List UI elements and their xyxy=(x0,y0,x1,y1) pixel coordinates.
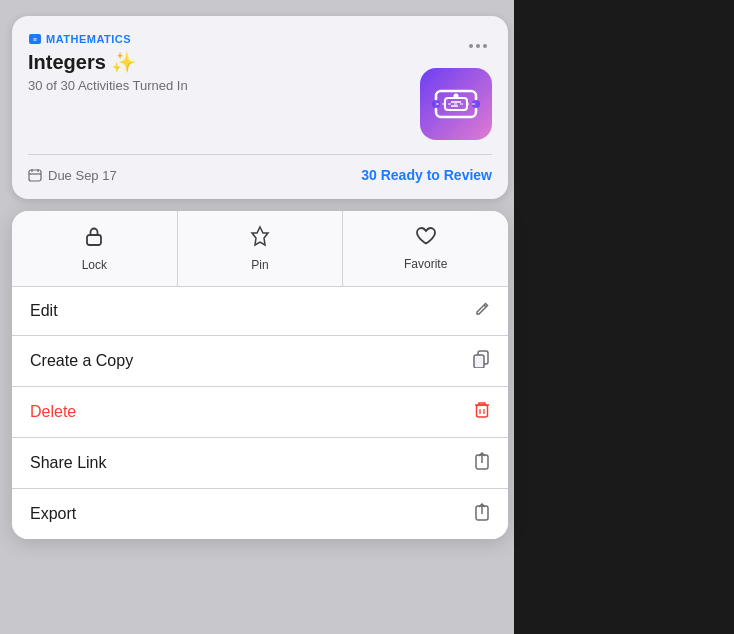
calendar-icon xyxy=(28,168,42,182)
svg-rect-17 xyxy=(474,355,484,368)
share-link-label: Share Link xyxy=(30,454,107,472)
pin-button[interactable]: Pin xyxy=(178,211,344,286)
export-label: Export xyxy=(30,505,76,523)
svg-rect-18 xyxy=(477,405,488,417)
pin-label: Pin xyxy=(251,258,268,272)
dark-overlay xyxy=(514,0,734,634)
export-menu-item[interactable]: Export xyxy=(12,489,508,539)
assignment-title: Integers ✨ xyxy=(28,50,408,74)
svg-rect-10 xyxy=(29,170,41,181)
card-icon xyxy=(420,68,492,140)
create-copy-label: Create a Copy xyxy=(30,352,133,370)
trash-icon xyxy=(474,401,490,423)
card-header: ≡ MATHEMATICS Integers ✨ 30 of 30 Activi… xyxy=(28,32,492,140)
subject-text: MATHEMATICS xyxy=(46,33,131,45)
copy-icon xyxy=(472,350,490,372)
context-menu: Lock Pin Favorite Edi xyxy=(12,211,508,539)
svg-rect-14 xyxy=(87,235,101,245)
dots-icon xyxy=(469,44,487,48)
svg-text:≡: ≡ xyxy=(33,36,38,43)
more-options-button[interactable] xyxy=(464,32,492,60)
export-icon xyxy=(474,503,490,525)
delete-label: Delete xyxy=(30,403,76,421)
favorite-button[interactable]: Favorite xyxy=(343,211,508,286)
review-badge[interactable]: 30 Ready to Review xyxy=(361,167,492,183)
card-left: ≡ MATHEMATICS Integers ✨ 30 of 30 Activi… xyxy=(28,32,408,93)
favorite-label: Favorite xyxy=(404,257,447,271)
favorite-icon xyxy=(415,226,437,251)
assignment-subtitle: 30 of 30 Activities Turned In xyxy=(28,78,408,93)
assignment-card[interactable]: ≡ MATHEMATICS Integers ✨ 30 of 30 Activi… xyxy=(12,16,508,199)
subject-icon: ≡ xyxy=(28,32,42,46)
edit-icon xyxy=(474,301,490,321)
subject-label: ≡ MATHEMATICS xyxy=(28,32,408,46)
lock-button[interactable]: Lock xyxy=(12,211,178,286)
create-copy-menu-item[interactable]: Create a Copy xyxy=(12,336,508,387)
main-content: ≡ MATHEMATICS Integers ✨ 30 of 30 Activi… xyxy=(0,0,520,555)
lock-icon xyxy=(84,225,104,252)
action-buttons-row: Lock Pin Favorite xyxy=(12,211,508,287)
svg-line-15 xyxy=(484,305,486,307)
pin-icon xyxy=(250,225,270,252)
due-date-text: Due Sep 17 xyxy=(48,168,117,183)
due-date: Due Sep 17 xyxy=(28,168,117,183)
edit-menu-item[interactable]: Edit xyxy=(12,287,508,336)
share-link-menu-item[interactable]: Share Link xyxy=(12,438,508,489)
svg-point-9 xyxy=(454,94,459,99)
card-footer: Due Sep 17 30 Ready to Review xyxy=(28,154,492,183)
delete-menu-item[interactable]: Delete xyxy=(12,387,508,438)
edit-label: Edit xyxy=(30,302,58,320)
lock-label: Lock xyxy=(82,258,107,272)
share-link-icon xyxy=(474,452,490,474)
